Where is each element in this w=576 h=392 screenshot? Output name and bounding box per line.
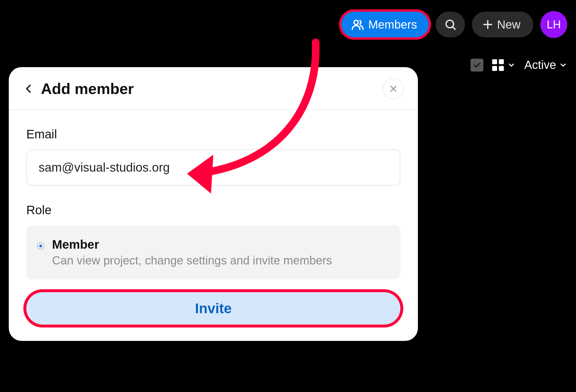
grid-icon	[492, 59, 504, 71]
chevron-down-icon	[507, 61, 516, 69]
check-icon	[473, 61, 481, 69]
invite-label: Invite	[195, 301, 231, 316]
new-label: New	[497, 18, 520, 31]
avatar[interactable]: LH	[540, 11, 567, 38]
search-button[interactable]	[436, 12, 465, 37]
role-name: Member	[52, 238, 332, 252]
status-filter[interactable]: Active	[524, 58, 567, 72]
members-icon	[351, 18, 364, 31]
close-button[interactable]	[383, 78, 404, 99]
role-desc: Can view project, change settings and in…	[52, 254, 332, 267]
role-radio[interactable]	[37, 242, 44, 250]
email-label: Email	[26, 127, 400, 141]
modal-title: Add member	[41, 80, 134, 97]
topbar: Members New LH	[341, 11, 567, 38]
modal-body: Email Role Member Can view project, chan…	[9, 110, 418, 341]
chevron-down-icon	[559, 61, 567, 69]
modal-header: Add member	[9, 67, 418, 110]
view-toggle[interactable]	[492, 59, 516, 71]
new-button[interactable]: New	[472, 12, 533, 37]
status-filter-label: Active	[524, 58, 556, 72]
invite-button[interactable]: Invite	[26, 292, 400, 325]
email-field[interactable]	[26, 149, 400, 186]
select-all-checkbox[interactable]	[471, 59, 483, 72]
add-member-modal: Add member Email Role Member Can view pr…	[9, 67, 418, 341]
close-icon	[388, 84, 398, 94]
members-button[interactable]: Members	[341, 12, 429, 37]
svg-point-0	[354, 20, 358, 25]
filter-bar: Active	[471, 58, 567, 72]
back-icon[interactable]	[23, 83, 34, 95]
avatar-initials: LH	[547, 18, 561, 31]
members-label: Members	[368, 18, 417, 31]
plus-icon	[482, 19, 494, 30]
role-option-member[interactable]: Member Can view project, change settings…	[26, 225, 400, 279]
role-label: Role	[26, 203, 400, 217]
search-icon	[444, 18, 457, 31]
